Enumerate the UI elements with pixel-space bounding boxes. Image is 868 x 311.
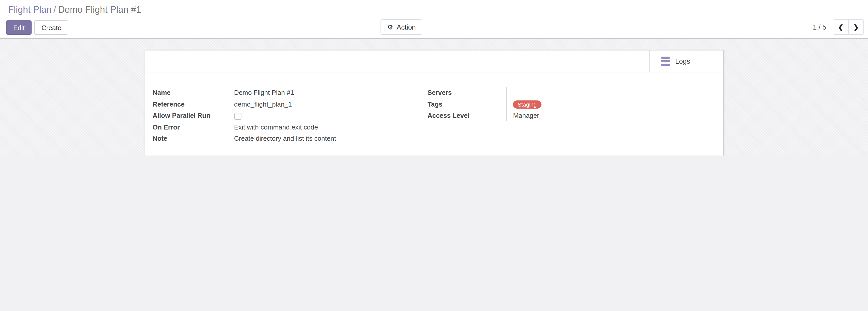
field-value-allow-parallel-run [227, 110, 427, 121]
field-value-note: Create directory and list its content [227, 133, 427, 144]
breadcrumb-separator: / [52, 5, 58, 15]
field-row-access-level: Access Level Manager [427, 110, 715, 121]
field-row-note: Note Create directory and list its conte… [153, 133, 427, 144]
breadcrumb-parent-link[interactable]: Flight Plan [8, 5, 52, 15]
form-buttons: Edit Create [6, 20, 68, 35]
field-value-tags: Staging [506, 98, 715, 110]
field-row-name: Name Demo Flight Plan #1 [153, 87, 427, 98]
field-label-note: Note [153, 133, 227, 144]
field-value-access-level: Manager [506, 110, 715, 121]
field-group-right: Servers Tags Staging Access Level Manage… [427, 87, 715, 144]
field-label-name: Name [153, 87, 227, 98]
gear-icon: ⚙ [387, 24, 393, 30]
field-label-tags: Tags [427, 98, 506, 110]
logs-menu-icon [661, 57, 670, 66]
field-label-allow-parallel-run: Allow Parallel Run [153, 110, 227, 121]
field-row-servers: Servers [427, 87, 715, 98]
field-row-tags: Tags Staging [427, 98, 715, 110]
field-value-reference: demo_flight_plan_1 [227, 98, 427, 110]
pager: 1 / 5 ❮ ❯ [813, 19, 864, 35]
button-box: Logs [145, 51, 723, 73]
tag-badge-staging: Staging [513, 101, 541, 109]
action-menu-label: Action [397, 23, 416, 31]
field-group: Name Demo Flight Plan #1 Reference demo_… [145, 87, 723, 144]
pager-next-button[interactable]: ❯ [848, 19, 864, 35]
field-label-access-level: Access Level [427, 110, 506, 121]
chevron-left-icon: ❮ [838, 23, 843, 31]
pager-buttons: ❮ ❯ [833, 19, 864, 35]
allow-parallel-run-checkbox[interactable] [234, 112, 241, 119]
field-row-reference: Reference demo_flight_plan_1 [153, 98, 427, 110]
field-row-on-error: On Error Exit with command exit code [153, 121, 427, 133]
action-menu-wrap: ⚙ Action [380, 19, 422, 35]
chevron-right-icon: ❯ [853, 23, 859, 31]
create-button[interactable]: Create [34, 20, 68, 35]
screen: Flight Plan/Demo Flight Plan #1 Edit Cre… [0, 0, 868, 156]
form-sheet: Logs Name Demo Flight Plan #1 Reference … [145, 50, 723, 156]
field-label-reference: Reference [153, 98, 227, 110]
field-row-allow-parallel-run: Allow Parallel Run [153, 110, 427, 121]
breadcrumb: Flight Plan/Demo Flight Plan #1 [0, 0, 868, 15]
edit-button[interactable]: Edit [6, 20, 32, 35]
field-label-servers: Servers [427, 87, 506, 98]
field-value-servers [506, 87, 715, 98]
field-label-on-error: On Error [153, 121, 227, 133]
breadcrumb-current: Demo Flight Plan #1 [58, 5, 141, 15]
action-menu-button[interactable]: ⚙ Action [380, 19, 422, 35]
pager-count: 1 / 5 [813, 23, 826, 31]
logs-stat-button-label: Logs [675, 57, 690, 65]
logs-stat-button[interactable]: Logs [649, 51, 723, 72]
content-area: Logs Name Demo Flight Plan #1 Reference … [0, 39, 868, 156]
control-panel: Flight Plan/Demo Flight Plan #1 Edit Cre… [0, 0, 868, 39]
field-value-on-error: Exit with command exit code [227, 121, 427, 133]
field-group-left: Name Demo Flight Plan #1 Reference demo_… [153, 87, 427, 144]
field-value-name: Demo Flight Plan #1 [227, 87, 427, 98]
pager-previous-button[interactable]: ❮ [833, 19, 849, 35]
